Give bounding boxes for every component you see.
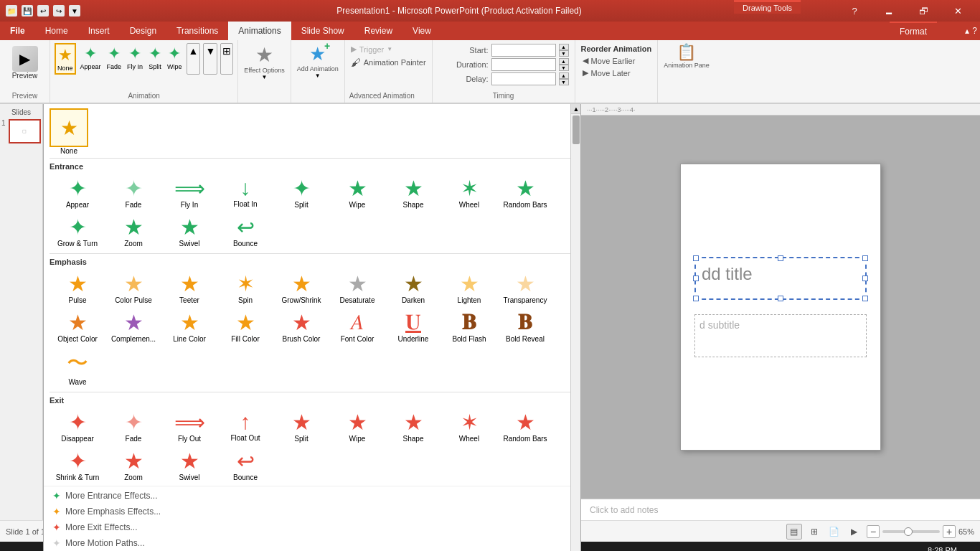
split-ribbon-btn[interactable]: ✦ Split bbox=[147, 43, 163, 75]
undo-icon[interactable]: ↩ bbox=[37, 5, 49, 17]
handle-bl[interactable] bbox=[693, 296, 699, 301]
preview-button[interactable]: ▶ Preview bbox=[9, 43, 41, 83]
zoom-slider[interactable] bbox=[882, 530, 940, 533]
tab-view[interactable]: View bbox=[402, 22, 441, 40]
shape-exit-item[interactable]: ★ Shape bbox=[385, 407, 441, 446]
boldreveal-item[interactable]: 𝐁 Bold Reveal bbox=[497, 307, 553, 346]
more-ribbon-btn[interactable]: ⊞ bbox=[220, 43, 233, 75]
wipe-item[interactable]: ★ Wipe bbox=[329, 173, 385, 212]
split-exit-item[interactable]: ★ Split bbox=[273, 407, 329, 446]
brushcolor-item[interactable]: ★ Brush Color bbox=[273, 307, 329, 346]
handle-br[interactable] bbox=[862, 296, 868, 301]
customize-icon[interactable]: ▼ bbox=[69, 5, 80, 17]
handle-tm[interactable] bbox=[778, 255, 783, 261]
delay-spin-up[interactable]: ▲ bbox=[559, 72, 569, 79]
animation-pane-button[interactable]: 📋 Animation Pane bbox=[664, 43, 710, 69]
appear-ribbon-btn[interactable]: ✦ Appear bbox=[79, 43, 103, 75]
help-icon[interactable]: ? bbox=[972, 26, 977, 36]
tab-insert[interactable]: Insert bbox=[78, 22, 120, 40]
linecolor-item[interactable]: ★ Line Color bbox=[161, 307, 217, 346]
tab-slideshow[interactable]: Slide Show bbox=[291, 22, 354, 40]
bounce-exit-item[interactable]: ↩ Bounce bbox=[217, 446, 273, 484]
more-emphasis-option[interactable]: ✦ More Emphasis Effects... bbox=[50, 504, 575, 519]
slide-canvas[interactable]: dd title d subtitle bbox=[680, 164, 881, 451]
handle-bm[interactable] bbox=[778, 296, 783, 301]
slide-sorter-btn[interactable]: ⊞ bbox=[806, 524, 822, 540]
colorpulse-item[interactable]: ★ Color Pulse bbox=[105, 268, 161, 307]
start-btn[interactable]: ⊞ bbox=[0, 542, 34, 551]
floatout-item[interactable]: ↑ Float Out bbox=[217, 407, 273, 446]
fade-item[interactable]: ✦ Fade bbox=[105, 173, 161, 212]
growshrink-item[interactable]: ★ Grow/Shrink bbox=[273, 268, 329, 307]
disappear-item[interactable]: ✦ Disappear bbox=[50, 407, 105, 446]
flyin-item[interactable]: ⟹ Fly In bbox=[161, 173, 217, 212]
appear-item[interactable]: ✦ Appear bbox=[50, 173, 105, 212]
help-btn[interactable]: ? bbox=[838, 0, 871, 22]
teeter-item[interactable]: ★ Teeter bbox=[161, 268, 217, 307]
more-entrance-option[interactable]: ✦ More Entrance Effects... bbox=[50, 488, 575, 504]
fade-exit-item[interactable]: ✦ Fade bbox=[105, 407, 161, 446]
add-animation-button[interactable]: ★ + Add Animation ▼ bbox=[297, 43, 339, 79]
wipe-exit-item[interactable]: ★ Wipe bbox=[329, 407, 385, 446]
zoom-item[interactable]: ★ Zoom bbox=[105, 212, 161, 250]
randombars-exit-item[interactable]: ★ Random Bars bbox=[497, 407, 553, 446]
swivel-exit-item[interactable]: ★ Swivel bbox=[161, 446, 217, 484]
objectcolor-item[interactable]: ★ Object Color bbox=[50, 307, 105, 346]
reading-view-btn[interactable]: 📄 bbox=[826, 524, 842, 540]
wipe-ribbon-btn[interactable]: ✦ Wipe bbox=[166, 43, 184, 75]
normal-view-btn[interactable]: ▤ bbox=[786, 524, 802, 540]
duration-spin-down[interactable]: ▼ bbox=[559, 65, 569, 71]
flyout-item[interactable]: ⟹ Fly Out bbox=[161, 407, 217, 446]
close-btn[interactable]: ✕ bbox=[941, 0, 974, 22]
duration-spin-up[interactable]: ▲ bbox=[559, 58, 569, 65]
subtitle-placeholder[interactable]: d subtitle bbox=[694, 314, 867, 357]
start-spin-up[interactable]: ▲ bbox=[559, 44, 569, 50]
boldflash-item[interactable]: 𝐁 Bold Flash bbox=[441, 307, 497, 346]
wheel-exit-item[interactable]: ✶ Wheel bbox=[441, 407, 497, 446]
floatin-item[interactable]: ↓ Float In bbox=[217, 173, 273, 212]
wheel-item[interactable]: ✶ Wheel bbox=[441, 173, 497, 212]
pulse-item[interactable]: ★ Pulse bbox=[50, 268, 105, 307]
effect-options-button[interactable]: ★ Effect Options ▼ bbox=[244, 43, 284, 80]
scroll-thumb[interactable] bbox=[573, 116, 580, 144]
slideshow-btn[interactable]: ▶ bbox=[847, 524, 862, 540]
bounce-item[interactable]: ↩ Bounce bbox=[217, 212, 273, 250]
tab-transitions[interactable]: Transitions bbox=[166, 22, 228, 40]
scroll-down-ribbon-btn[interactable]: ▼ bbox=[203, 43, 217, 75]
none-animation-item[interactable]: ★ None bbox=[50, 108, 88, 155]
shrinkturn-item[interactable]: ✦ Shrink & Turn bbox=[50, 446, 105, 484]
zoom-thumb[interactable] bbox=[904, 527, 913, 536]
handle-tr[interactable] bbox=[862, 255, 868, 261]
none-animation-btn[interactable]: ★ None bbox=[55, 43, 76, 75]
desaturate-item[interactable]: ★ Desaturate bbox=[329, 268, 385, 307]
split-item[interactable]: ✦ Split bbox=[273, 173, 329, 212]
start-input[interactable] bbox=[491, 44, 556, 57]
wave-item[interactable]: 〜 Wave bbox=[50, 346, 105, 389]
duration-input[interactable] bbox=[491, 58, 556, 71]
save-icon[interactable]: 💾 bbox=[22, 5, 33, 17]
tab-format[interactable]: Format bbox=[890, 22, 937, 40]
tab-design[interactable]: Design bbox=[120, 22, 166, 40]
title-placeholder[interactable]: dd title bbox=[694, 257, 867, 300]
start-spin-down[interactable]: ▼ bbox=[559, 50, 569, 57]
growturn-item[interactable]: ✦ Grow & Turn bbox=[50, 212, 105, 250]
flyin-ribbon-btn[interactable]: ✦ Fly In bbox=[126, 43, 144, 75]
taskbar-clock[interactable]: 8:28 PM 10/23/2020 bbox=[918, 545, 957, 552]
more-exit-option[interactable]: ✦ More Exit Effects... bbox=[50, 519, 575, 535]
darken-item[interactable]: ★ Darken bbox=[385, 268, 441, 307]
delay-spin-down[interactable]: ▼ bbox=[559, 79, 569, 85]
spin-item[interactable]: ✶ Spin bbox=[217, 268, 273, 307]
more-motion-option[interactable]: ✦ More Motion Paths... bbox=[50, 535, 575, 551]
handle-lm[interactable] bbox=[693, 276, 699, 281]
lighten-item[interactable]: ★ Lighten bbox=[441, 268, 497, 307]
tab-review[interactable]: Review bbox=[354, 22, 402, 40]
fillcolor-item[interactable]: ★ Fill Color bbox=[217, 307, 273, 346]
fade-ribbon-btn[interactable]: ✦ Fade bbox=[105, 43, 123, 75]
trigger-button[interactable]: ▶ Trigger ▼ bbox=[349, 43, 428, 55]
swivel-item[interactable]: ★ Swivel bbox=[161, 212, 217, 250]
scroll-up-ribbon-btn[interactable]: ▲ bbox=[187, 43, 201, 75]
notes-area[interactable]: Click to add notes bbox=[581, 499, 980, 520]
move-earlier-button[interactable]: ◀ Move Earlier bbox=[581, 55, 652, 67]
file-icon[interactable]: 📁 bbox=[6, 5, 17, 17]
underline-item[interactable]: 𝐔 Underline bbox=[385, 307, 441, 346]
